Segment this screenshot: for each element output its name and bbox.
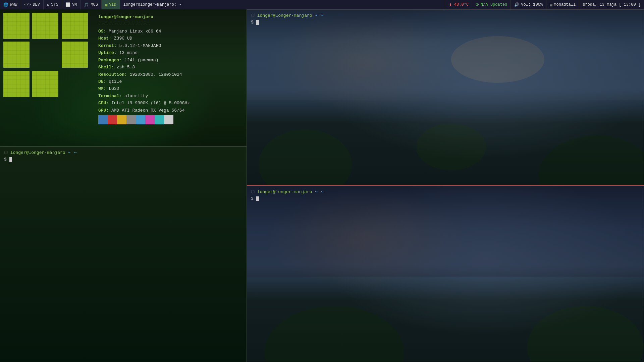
vol-value: Vol: 100% bbox=[521, 2, 543, 7]
swatch-1 bbox=[98, 115, 108, 124]
layout-icon: ▤ bbox=[550, 2, 552, 7]
br-cursor bbox=[256, 196, 259, 201]
os-value: Manjaro Linux x86_64 bbox=[109, 29, 161, 34]
bottom-right-terminal[interactable]: ⬡ longer@longer-manjaro ~ ～ $ bbox=[247, 186, 644, 362]
datetime-value: środa, 13 maja [ 13:00 ] bbox=[583, 2, 641, 7]
info-shell: Shell: zsh 5.8 bbox=[98, 64, 190, 71]
neofetch-display: longer@longer-manjaro ------------------… bbox=[3, 12, 190, 121]
vm-icon: ⬜ bbox=[65, 2, 70, 7]
svg-point-83 bbox=[416, 124, 486, 170]
volume-display: 🔊 Vol: 100% bbox=[511, 0, 546, 9]
active-window-title: longer@longer-manjaro: ~ bbox=[120, 0, 185, 9]
info-packages: Packages: 1241 (pacman) bbox=[98, 57, 190, 64]
neofetch-terminal[interactable]: longer@longer-manjaro ------------------… bbox=[0, 9, 247, 147]
info-de: DE: qtile bbox=[98, 78, 190, 85]
topbar: 🌐 WWW </> DEV ⚙ SYS ⬜ VM 🎵 MUS ▦ VID lon… bbox=[0, 0, 644, 9]
bottom-left-terminal[interactable]: ⬡ longer@longer-manjaro ~ ～ $ bbox=[0, 147, 247, 362]
system-info: longer@longer-manjaro ------------------… bbox=[98, 12, 190, 121]
globe-icon: 🌐 bbox=[3, 2, 8, 7]
swatch-6 bbox=[145, 115, 155, 124]
shell-value: zsh 5.8 bbox=[117, 65, 135, 70]
tab-vid-label: VID bbox=[109, 2, 116, 7]
info-cpu: CPU: Intel i9-9900K (16) @ 5.000GHz bbox=[98, 100, 190, 107]
prompt-user: longer bbox=[10, 150, 26, 155]
tab-www-label: WWW bbox=[10, 2, 17, 7]
tr-cursor bbox=[256, 20, 259, 25]
bottom-right-command-line: $ bbox=[251, 195, 640, 202]
info-uptime: Uptime: 13 mins bbox=[98, 49, 190, 56]
info-host: Host: Z390 UD bbox=[98, 35, 190, 42]
uptime-value: 13 mins bbox=[119, 50, 138, 55]
bottom-left-prompt: ⬡ longer@longer-manjaro ~ ～ bbox=[4, 149, 243, 156]
info-wm: WM: LG3D bbox=[98, 85, 190, 92]
br-prompt-icon: ⬡ bbox=[251, 189, 255, 194]
info-terminal: Terminal: alacritty bbox=[98, 93, 190, 100]
gpu-value: AMD ATI Radeon RX Vega 56/64 bbox=[111, 108, 184, 113]
swatch-7 bbox=[155, 115, 164, 124]
cpu-value: Intel i9-9900K (16) @ 5.000GHz bbox=[111, 101, 190, 106]
info-username-line: longer@longer-manjaro bbox=[98, 13, 190, 20]
tab-vm-label: VM bbox=[72, 2, 77, 7]
kernel-value: 5.6.12-1-MANJARO bbox=[119, 43, 161, 48]
temp-value: 48.0°C bbox=[454, 2, 469, 7]
tab-vid[interactable]: ▦ VID bbox=[102, 0, 120, 9]
wm-value: LG3D bbox=[109, 86, 119, 91]
bottom-left-content: ⬡ longer@longer-manjaro ~ ～ $ bbox=[0, 147, 247, 165]
prompt-tilde-indicator: ～ bbox=[73, 150, 77, 155]
swatch-2 bbox=[108, 115, 117, 124]
wm-display: ▤ monadtall bbox=[546, 0, 579, 9]
tr-prompt-icon: ⬡ bbox=[251, 13, 255, 18]
bottom-left-bg bbox=[0, 147, 247, 362]
tab-dev[interactable]: </> DEV bbox=[21, 0, 44, 9]
music-icon: 🎵 bbox=[84, 2, 89, 7]
updates-icon: ⟳ bbox=[476, 2, 479, 7]
bottom-left-command-line: $ bbox=[4, 156, 243, 163]
de-value: qtile bbox=[109, 79, 122, 84]
tab-dev-label: DEV bbox=[33, 2, 40, 7]
color-swatches bbox=[98, 115, 173, 124]
info-separator: -------------------- bbox=[98, 20, 190, 27]
code-icon: </> bbox=[24, 3, 31, 7]
tab-www[interactable]: 🌐 WWW bbox=[0, 0, 21, 9]
ascii-art bbox=[3, 12, 92, 101]
top-right-content: ⬡ longer@longer-manjaro ~ ～ $ bbox=[247, 10, 644, 28]
prompt-host: longer-manjaro bbox=[29, 150, 65, 155]
host-value: Z390 UD bbox=[114, 36, 132, 41]
swatch-5 bbox=[136, 115, 145, 124]
info-os: OS: Manjaro Linux x86_64 bbox=[98, 28, 190, 35]
svg-point-79 bbox=[451, 36, 544, 83]
updates-display: ⟳ N/A Updates bbox=[472, 0, 511, 9]
bottom-landscape-svg bbox=[247, 186, 644, 362]
top-right-prompt: ⬡ longer@longer-manjaro ~ ～ bbox=[251, 12, 640, 19]
info-kernel: Kernel: 5.6.12-1-MANJARO bbox=[98, 42, 190, 49]
info-resolution: Resolution: 1920x1080, 1280x1024 bbox=[98, 71, 190, 78]
landscape-svg bbox=[247, 10, 644, 185]
terminal-value: alacritty bbox=[124, 94, 148, 99]
top-right-terminal[interactable]: ⬡ longer@longer-manjaro ~ ～ $ bbox=[247, 9, 644, 186]
datetime-display: środa, 13 maja [ 13:00 ] bbox=[579, 0, 644, 9]
workspace-tabs: 🌐 WWW </> DEV ⚙ SYS ⬜ VM 🎵 MUS ▦ VID lon… bbox=[0, 0, 185, 9]
packages-value: 1241 (pacman) bbox=[124, 58, 158, 63]
vid-icon: ▦ bbox=[105, 2, 107, 7]
tab-sys[interactable]: ⚙ SYS bbox=[44, 0, 62, 9]
bottom-right-prompt: ⬡ longer@longer-manjaro ~ ～ bbox=[251, 189, 640, 195]
vol-icon: 🔊 bbox=[514, 2, 519, 7]
topbar-status: 🌡 48.0°C ⟳ N/A Updates 🔊 Vol: 100% ▤ mon… bbox=[445, 0, 644, 9]
main-layout: longer@longer-manjaro ------------------… bbox=[0, 9, 644, 362]
updates-value: N/A Updates bbox=[481, 2, 507, 7]
tab-mus-label: MUS bbox=[91, 2, 98, 7]
swatch-4 bbox=[126, 115, 136, 124]
tab-mus[interactable]: 🎵 MUS bbox=[80, 0, 102, 9]
top-right-command-line: $ bbox=[251, 19, 640, 26]
resolution-value: 1920x1080, 1280x1024 bbox=[130, 72, 182, 77]
tab-vm[interactable]: ⬜ VM bbox=[62, 0, 80, 9]
swatch-3 bbox=[117, 115, 126, 124]
tab-sys-label: SYS bbox=[51, 2, 58, 7]
separator-line: -------------------- bbox=[98, 21, 151, 26]
cursor bbox=[9, 157, 12, 162]
gear-icon: ⚙ bbox=[47, 2, 49, 7]
swatch-8 bbox=[164, 115, 173, 124]
left-panel: longer@longer-manjaro ------------------… bbox=[0, 9, 247, 362]
info-gpu: GPU: AMD ATI Radeon RX Vega 56/64 bbox=[98, 107, 190, 114]
prompt-icon: ⬡ bbox=[4, 150, 8, 155]
